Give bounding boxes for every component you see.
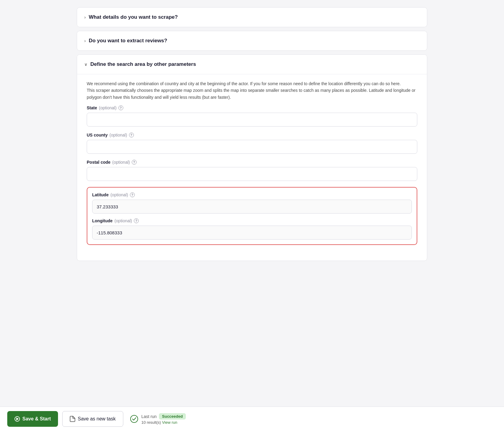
postal-code-field-group: Postal code (optional) ?	[87, 160, 417, 181]
latitude-input[interactable]	[92, 200, 412, 214]
state-input[interactable]	[87, 113, 417, 127]
longitude-label: Longitude (optional) ?	[92, 218, 412, 223]
latitude-label: Latitude (optional) ?	[92, 192, 412, 197]
results-text: 10 result(s)	[141, 420, 161, 425]
longitude-input[interactable]	[92, 226, 412, 240]
last-run-area: Last run Succeeded 10 result(s) View run	[130, 413, 186, 425]
last-run-row: Last run Succeeded	[141, 413, 186, 420]
us-county-field-group: US county (optional) ?	[87, 133, 417, 154]
lat-lng-highlighted-group: Latitude (optional) ? Longitude (optiona…	[87, 187, 417, 245]
last-run-sub: 10 result(s) View run	[141, 420, 186, 425]
longitude-field-group: Longitude (optional) ?	[92, 218, 412, 240]
scrape-details-section: › What details do you want to scrape?	[77, 7, 427, 27]
us-county-input[interactable]	[87, 140, 417, 154]
chevron-right-icon: ›	[84, 15, 86, 20]
us-county-label: US county (optional) ?	[87, 133, 417, 137]
latitude-field-group: Latitude (optional) ?	[92, 192, 412, 214]
extract-reviews-title: Do you want to extract reviews?	[89, 38, 167, 44]
longitude-help-icon[interactable]: ?	[134, 218, 139, 223]
check-circle-icon	[130, 415, 138, 423]
chevron-right-icon-2: ›	[84, 38, 86, 43]
description-text: We recommend using the combination of co…	[87, 74, 417, 105]
save-new-task-button[interactable]: Save as new task	[62, 411, 123, 427]
document-icon	[70, 416, 75, 422]
scrape-details-header[interactable]: › What details do you want to scrape?	[77, 8, 427, 27]
postal-code-input[interactable]	[87, 167, 417, 181]
latitude-help-icon[interactable]: ?	[130, 192, 135, 197]
play-icon	[15, 416, 20, 422]
scrape-details-title: What details do you want to scrape?	[89, 14, 178, 20]
state-help-icon[interactable]: ?	[118, 105, 123, 110]
status-badge: Succeeded	[159, 413, 186, 420]
extract-reviews-header[interactable]: › Do you want to extract reviews?	[77, 31, 427, 50]
search-area-header[interactable]: ∨ Define the search area by other parame…	[77, 55, 427, 74]
postal-code-help-icon[interactable]: ?	[132, 160, 137, 165]
svg-point-0	[131, 415, 138, 423]
last-run-label: Last run	[141, 414, 157, 419]
extract-reviews-section: › Do you want to extract reviews?	[77, 31, 427, 51]
view-run-link[interactable]: View run	[162, 420, 177, 425]
postal-code-label: Postal code (optional) ?	[87, 160, 417, 165]
main-container: › What details do you want to scrape? › …	[77, 7, 427, 289]
search-area-section: ∨ Define the search area by other parame…	[77, 54, 427, 261]
save-start-button[interactable]: Save & Start	[7, 411, 58, 427]
bottom-bar: Save & Start Save as new task Last run S…	[0, 407, 504, 431]
state-label: State (optional) ?	[87, 105, 417, 110]
save-start-label: Save & Start	[22, 416, 51, 422]
save-new-task-label: Save as new task	[78, 416, 115, 422]
chevron-down-icon: ∨	[84, 62, 87, 67]
us-county-help-icon[interactable]: ?	[129, 133, 134, 137]
search-area-content: We recommend using the combination of co…	[77, 74, 427, 261]
search-area-title: Define the search area by other paramete…	[90, 61, 196, 67]
last-run-details: Last run Succeeded 10 result(s) View run	[141, 413, 186, 425]
state-field-group: State (optional) ?	[87, 105, 417, 127]
